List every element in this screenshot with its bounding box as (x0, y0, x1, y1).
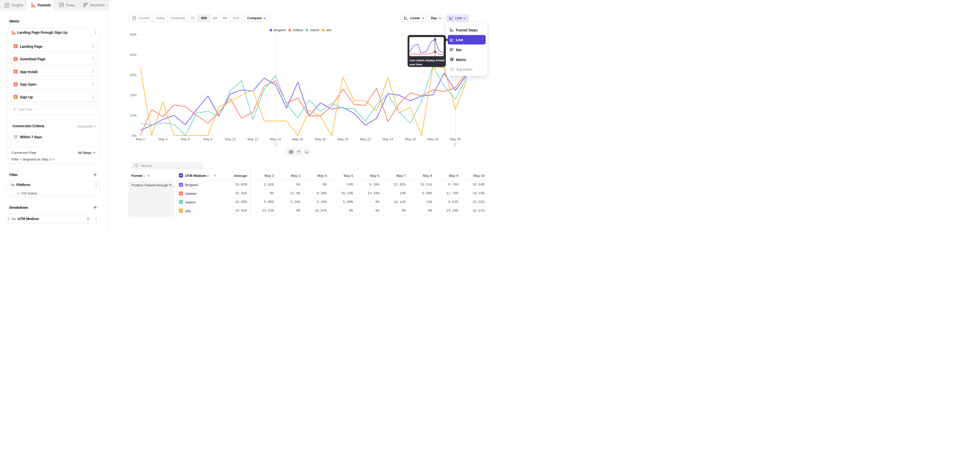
svg-text:20%: 20% (130, 93, 137, 97)
svg-text:40%: 40% (130, 53, 137, 57)
svg-text:May 30: May 30 (450, 137, 461, 141)
svg-text:May 16: May 16 (293, 137, 304, 141)
svg-text:May 28: May 28 (428, 137, 438, 141)
svg-text:May 10: May 10 (225, 137, 236, 141)
svg-text:May 4: May 4 (158, 137, 167, 141)
svg-text:May 6: May 6 (181, 137, 190, 141)
svg-text:May 20: May 20 (337, 137, 348, 141)
svg-text:May 24: May 24 (382, 137, 393, 141)
svg-text:May 22: May 22 (360, 137, 371, 141)
svg-text:May 18: May 18 (315, 137, 326, 141)
svg-text:30%: 30% (130, 73, 137, 77)
svg-text:May 8: May 8 (204, 137, 212, 141)
svg-text:May 12: May 12 (247, 137, 258, 141)
svg-text:10%: 10% (130, 113, 137, 117)
svg-text:50%: 50% (130, 33, 137, 37)
svg-text:May 26: May 26 (405, 137, 416, 141)
svg-text:May 14: May 14 (270, 137, 281, 141)
svg-text:May 2: May 2 (136, 137, 145, 141)
